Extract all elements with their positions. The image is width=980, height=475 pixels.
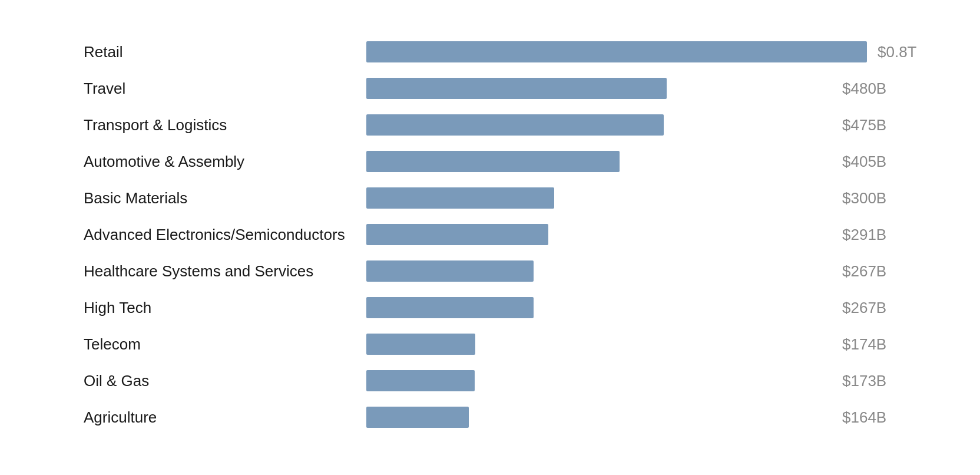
chart-container: Retail$0.8TTravel$480BTransport & Logist… (48, 13, 932, 462)
bar-area (366, 402, 832, 433)
bar-value: $267B (832, 299, 896, 317)
bar (366, 407, 469, 428)
bar-value: $291B (832, 226, 896, 244)
chart-row: Telecom$174B (84, 329, 896, 359)
bar (366, 334, 475, 355)
bar (366, 187, 554, 209)
bar-value: $174B (832, 335, 896, 354)
bar (366, 370, 475, 391)
chart-row: Transport & Logistics$475B (84, 110, 896, 140)
bar (366, 260, 534, 282)
bar-label: Healthcare Systems and Services (84, 262, 366, 281)
bar-value: $267B (832, 262, 896, 281)
bar-area (366, 256, 832, 286)
bar-label: Advanced Electronics/Semiconductors (84, 226, 366, 244)
chart-row: Retail$0.8T (84, 37, 896, 67)
bar-label: Telecom (84, 335, 366, 354)
bar-area (366, 146, 832, 177)
bar-label: Automotive & Assembly (84, 153, 366, 171)
bar-label: Agriculture (84, 408, 366, 427)
bar (366, 224, 548, 245)
chart-row: High Tech$267B (84, 292, 896, 323)
bar-value: $480B (832, 80, 896, 98)
bar-value: $300B (832, 189, 896, 207)
chart-row: Travel$480B (84, 73, 896, 104)
bar-label: High Tech (84, 299, 366, 317)
bar-area (366, 365, 832, 396)
bar-value: $0.8T (867, 43, 932, 61)
bar-label: Travel (84, 80, 366, 98)
bar-area (366, 219, 832, 250)
bar-area (366, 110, 832, 140)
bar-label: Transport & Logistics (84, 116, 366, 134)
bar-area (366, 329, 832, 359)
bar-area (366, 292, 832, 323)
bar (366, 151, 620, 172)
bar-value: $405B (832, 153, 896, 171)
bar (366, 78, 667, 99)
bar (366, 41, 867, 62)
bar (366, 297, 534, 318)
bar (366, 114, 664, 136)
bar-value: $475B (832, 116, 896, 134)
chart-row: Oil & Gas$173B (84, 365, 896, 396)
bar-area (366, 37, 867, 67)
bar-value: $164B (832, 408, 896, 427)
chart-row: Healthcare Systems and Services$267B (84, 256, 896, 286)
bar-label: Oil & Gas (84, 372, 366, 390)
chart-row: Automotive & Assembly$405B (84, 146, 896, 177)
bar-label: Basic Materials (84, 189, 366, 207)
bar-area (366, 183, 832, 213)
bar-area (366, 73, 832, 104)
bar-label: Retail (84, 43, 366, 61)
bar-value: $173B (832, 372, 896, 390)
chart-row: Basic Materials$300B (84, 183, 896, 213)
chart-row: Advanced Electronics/Semiconductors$291B (84, 219, 896, 250)
chart-row: Agriculture$164B (84, 402, 896, 433)
